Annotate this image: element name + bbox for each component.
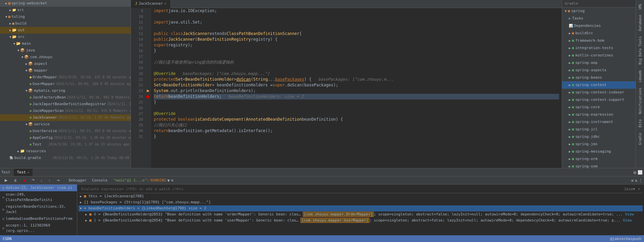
gradle-item-Dependencies[interactable]: 📊 Dependencies <box>562 22 636 30</box>
run-to-cursor-button[interactable]: ⇥ <box>54 177 61 183</box>
uml-tool[interactable]: UML <box>638 1 643 11</box>
sidebar-item-UserService[interactable]: ● UserService 2024/1/11, 09:31, 403 B 48… <box>0 128 131 134</box>
sidebar-item-label: main <box>22 41 31 47</box>
big-data-tool[interactable]: Big Data Tools <box>638 34 643 67</box>
gradle-item-spring-jcl[interactable]: ▶ ■ spring-jcl <box>562 126 636 133</box>
gradle-item-spring-aop[interactable]: ▶ ■ spring-aop <box>562 59 636 67</box>
sidebar-item-JackScanner[interactable]: ● JackScanner 2024/1/11, 10:18, 1.07 kb … <box>0 114 131 121</box>
var-beanDefinitionHolders[interactable]: ▼ = beanDefinitionHolders = {LinkedHashS… <box>79 205 643 211</box>
gradle-item-Tasks[interactable]: ▶ Tasks <box>562 15 636 22</box>
gradle-item-spring-context-support[interactable]: ▶ ■ spring-context-support <box>562 96 636 104</box>
step-over-button[interactable]: ↷ <box>30 177 37 183</box>
pause-button[interactable]: ⏸ <box>11 178 19 183</box>
sidebar-item-JackFactoryBean[interactable]: ● JackFactoryBean 2024/1/11, 09:36, 901 … <box>0 94 131 101</box>
bito-tool[interactable]: Bito <box>638 117 643 129</box>
sidebar-item-out[interactable]: ▶ 📂 out <box>0 27 131 34</box>
gradle-item-spring-context[interactable]: ▶ ■ spring-context <box>562 81 636 89</box>
sidebar-item-label: UserMapper <box>33 81 55 87</box>
sidebar-item-JackImportBeanDefinitionRegistrar[interactable]: ● JackImportBeanDefinitionRegistrar 2024… <box>0 101 131 108</box>
stop-button[interactable]: ■ <box>21 178 28 183</box>
stack-frame-registerBeanDefinitions[interactable]: ▷ registerBeanDefinitions:33, Jackl <box>0 203 77 215</box>
notifications-tool[interactable]: Notifications <box>638 86 643 116</box>
gradle-item-spring-context-indexer[interactable]: ▶ ■ spring-context-indexer <box>562 89 636 96</box>
sidebar-item-build[interactable]: ▶ ▣ build <box>0 20 131 27</box>
sidebar-item-build-gradle[interactable]: 🐘 build.gradle 2023/12/18, 09:11, 1.26 k… <box>0 155 131 161</box>
sidebar-item-mybatis-spring[interactable]: ▼ 📦 mybatis.spring <box>0 87 131 94</box>
file-tree[interactable]: ▶ ■ spring-websocket ▶ 📁 src ▼ ■ tuling … <box>0 0 131 168</box>
database-tool[interactable]: Database <box>638 13 643 33</box>
sidebar-item-aspect[interactable]: ▶ 📦 aspect <box>0 61 131 67</box>
frame-icon: ▷ <box>3 226 5 231</box>
gradle-item-spring-expression[interactable]: ▶ ■ spring-expression <box>562 111 636 118</box>
bottom-tab-test[interactable]: Test ✕ <box>14 169 33 176</box>
gradle-right-tool[interactable]: Gradle <box>638 131 643 147</box>
gradle-item-buildSrc[interactable]: ▶ ■ buildSrc <box>562 30 636 37</box>
test-tab-label: Test <box>17 170 26 174</box>
debug-content: ▷ doScan:23, JackScanner (com.zi ▷ scan:… <box>0 185 644 235</box>
gradle-item-integration-tests[interactable]: ▶ ■ integration-tests <box>562 44 636 52</box>
gradle-item-spring[interactable]: ▼ ■ spring <box>562 7 636 15</box>
more-icon[interactable]: ⋮ <box>639 178 643 183</box>
gradle-item-spring-instrument[interactable]: ▶ ■ spring-instrument <box>562 118 636 126</box>
filter-icon[interactable]: ▼ <box>167 178 170 183</box>
gradle-item-spring-core[interactable]: ▶ ■ spring-core <box>562 104 636 111</box>
code-line-24: return beanDefinitionHolders; beanDefini… <box>154 94 559 99</box>
folder-icon: 📁 <box>12 7 16 13</box>
code-line-10 <box>154 14 559 19</box>
var-basePackages[interactable]: ▶ [] basePackages = {String[1]@1789} ["c… <box>79 199 643 205</box>
sidebar-item-label: mapper <box>34 68 47 74</box>
gradle-item-spring-beans[interactable]: ▶ ■ spring-beans <box>562 74 636 81</box>
gradle-item-spring-messaging[interactable]: ▶ ■ spring-messaging <box>562 148 636 155</box>
step-out-button[interactable]: ↑ <box>46 178 52 183</box>
debugger-tab[interactable]: Debugger <box>67 177 89 183</box>
sidebar-item-JackMapperScan[interactable]: ● JackMapperScan 2024/1/11, 09:51, 419 B… <box>0 108 131 114</box>
settings-icon-2[interactable]: ⚙ <box>171 178 174 183</box>
stack-frame-doScan23[interactable]: ▷ doScan:23, JackScanner (com.zi <box>0 185 77 191</box>
sidebar-item-OrderMapper[interactable]: ● OrderMapper 2021/9/29, 20:50, 232 B 45… <box>0 74 131 81</box>
gradle-item-spring-jms[interactable]: ▶ ■ spring-jms <box>562 140 636 148</box>
code-line-11: import java.util.Set; <box>154 19 559 25</box>
var-item-1[interactable]: ▶ ■ 1 = {BeanDefinitionHolder@2054} "Bea… <box>79 217 643 224</box>
sidebar-item-UserMapper[interactable]: ● UserMapper 2024/1/11, 09:06, 180 B 45 … <box>0 81 131 87</box>
stack-frame-scan249[interactable]: ▷ scan:249, ClassPathBeanDefiniti <box>0 191 77 203</box>
sidebar-item-src[interactable]: ▼ 📂 src <box>0 34 131 40</box>
var-item-0[interactable]: ▶ ■ 0 = {BeanDefinitionHolder@2053} "Bea… <box>79 211 643 217</box>
ideadb-tool[interactable]: ideadb <box>638 68 643 84</box>
gradle-item-spring-jdbc[interactable]: ▶ ■ spring-jdbc <box>562 133 636 140</box>
sidebar-item-spring-websocket[interactable]: ▶ ■ spring-websocket <box>0 0 131 7</box>
restore-icon[interactable]: ⬜ <box>638 170 643 175</box>
editor-tab-JackScanner[interactable]: J JackScanner ✕ <box>131 0 171 8</box>
step-into-button[interactable]: ↓ <box>39 178 45 183</box>
gradle-section-header: Gradle <box>562 0 636 7</box>
sidebar-item-Test[interactable]: ● Test 2024/9/30, 19:30, 1.97 kb 31 minu… <box>0 141 131 148</box>
stack-frame-accept[interactable]: ▷ accept:-1, 112302969 (org.sprin... <box>0 222 77 234</box>
gradle-item-kotlin-coroutines[interactable]: ▶ ■ kotlin-coroutines <box>562 52 636 59</box>
sidebar-item-service[interactable]: ▼ 📦 service <box>0 121 131 128</box>
gradle-item-spring-aspects[interactable]: ▶ ■ spring-aspects <box>562 67 636 74</box>
settings-icon[interactable]: ⚙ <box>634 170 636 175</box>
file-meta: 2024/1/11, 10:16, 2.34 kb <box>107 101 131 107</box>
gradle-item-framework-bom[interactable]: ▶ ■ framework-bom <box>562 37 636 44</box>
gradle-item-spring-orm[interactable]: ▶ ■ spring-orm <box>562 155 636 163</box>
sidebar-item-main[interactable]: ▼ 📂 main <box>0 40 131 47</box>
test-tab-close[interactable]: ✕ <box>27 170 29 174</box>
sort-icon[interactable]: ⇅ <box>635 178 637 183</box>
sidebar-item-AppConfig[interactable]: ● AppConfig 2024/1/11, 09:14, 1.36 kb 29… <box>0 134 131 141</box>
resume-button[interactable]: ▶ <box>3 177 9 183</box>
language-selector[interactable]: Java▼ <box>624 187 635 191</box>
sidebar-item-resources[interactable]: ▶ 📁 resources <box>0 148 131 155</box>
triangle-icon: ▶ <box>569 82 570 88</box>
gradle-item-spring-oxm[interactable]: ▶ ■ spring-oxm <box>562 163 636 168</box>
sidebar-item-java[interactable]: ▼ 📦 java <box>0 47 131 54</box>
list-icon[interactable]: ≡ <box>631 178 634 183</box>
sidebar-item-src-sw[interactable]: ▶ 📁 src <box>0 7 131 13</box>
var-this[interactable]: ▶ ■ this = {JackScanner@1788} <box>79 193 643 199</box>
gradle-module-icon: ■ <box>572 119 574 125</box>
stack-frame-lambda[interactable]: ▷ lambda$loadBeanDefinitionsFrom <box>0 215 77 222</box>
add-watch-icon[interactable]: + <box>638 187 640 191</box>
sidebar-item-tuling[interactable]: ▼ ■ tuling <box>0 13 131 20</box>
close-icon[interactable]: ✕ <box>164 2 166 5</box>
sidebar-item-com-zhouyu[interactable]: ▼ 📦 com.zhouyu <box>0 54 131 61</box>
console-tab[interactable]: Console <box>90 177 109 183</box>
sidebar-item-mapper[interactable]: ▼ 📦 mapper <box>0 67 131 74</box>
